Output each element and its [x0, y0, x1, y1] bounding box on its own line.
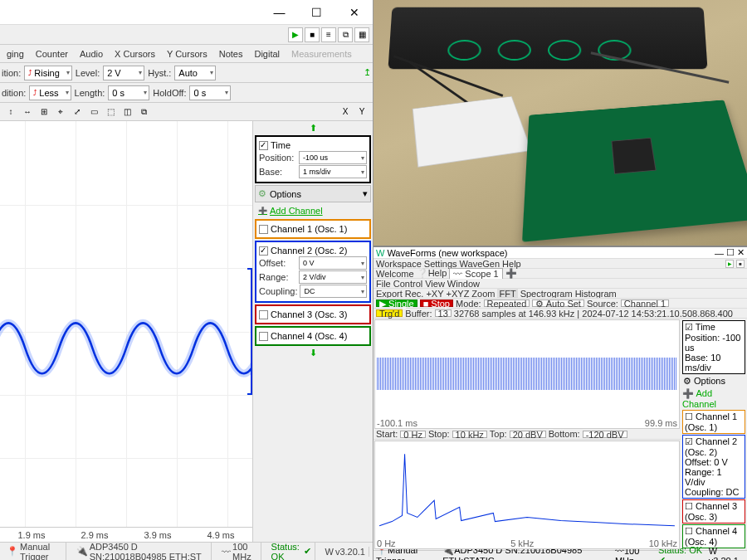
grid-icon[interactable]: ▦	[354, 27, 369, 42]
minimize-button[interactable]: —	[261, 0, 298, 25]
options-header[interactable]: Options▾	[255, 185, 371, 202]
src-select[interactable]: Channel 1	[621, 299, 669, 307]
ch4-checkbox[interactable]	[259, 332, 268, 341]
fft-stop[interactable]: 10 kHz	[452, 431, 487, 438]
maximize-button[interactable]: ☐	[298, 0, 335, 25]
mini-base[interactable]: 10 ms/div	[685, 353, 720, 373]
tab-scope1[interactable]: 〰 Scope 1	[449, 268, 502, 280]
btn-export[interactable]: Export	[376, 289, 403, 299]
mini-ch2: ☑ Channel 2 (Osc. 2) Offset: 0 V Range: …	[682, 435, 745, 499]
menu-view[interactable]: View	[425, 279, 445, 289]
channel-4-box[interactable]: Channel 4 (Osc. 4)	[255, 326, 371, 346]
tool-x-icon[interactable]: X	[338, 105, 353, 119]
mini-min-icon[interactable]: —	[715, 248, 724, 258]
tab-notes[interactable]: Notes	[214, 47, 248, 61]
tab-add-icon[interactable]: ➕	[505, 268, 517, 279]
mini-stop-icon[interactable]: ■	[736, 260, 745, 268]
tab-ycursors[interactable]: Y Cursors	[162, 47, 212, 61]
stop-icon[interactable]: ■	[305, 27, 320, 42]
tab-counter[interactable]: Counter	[31, 47, 73, 61]
ch3-checkbox[interactable]	[259, 310, 268, 319]
tab-xcursors[interactable]: X Cursors	[110, 47, 160, 61]
btn-spectrogram[interactable]: Spectrogram	[520, 289, 573, 299]
menu-control[interactable]: Control	[393, 279, 422, 289]
fft-tick: 10 kHz	[649, 538, 677, 548]
channel-3-box[interactable]: Channel 3 (Osc. 3)	[255, 304, 371, 324]
base-select[interactable]: 1 ms/div	[299, 165, 367, 178]
ch2-offset-select[interactable]: 0 V	[299, 256, 367, 270]
layout-icon[interactable]: ≡	[321, 27, 336, 42]
mini-pos[interactable]: -100 us	[685, 333, 740, 353]
menu-help[interactable]: Help	[502, 259, 521, 269]
ch1-checkbox[interactable]	[259, 225, 268, 234]
btn-zoom[interactable]: Zoom	[471, 289, 495, 299]
edge-select[interactable]: Rising	[24, 66, 72, 80]
mini-fft-plot[interactable]: 0 Hz 5 kHz 10 kHz	[374, 441, 680, 550]
play-icon[interactable]: ▶	[288, 27, 303, 42]
position-select[interactable]: -100 us	[299, 151, 367, 164]
close-button[interactable]: ✕	[335, 0, 373, 25]
tool-multi-icon[interactable]: ⧉	[136, 105, 151, 119]
tool-target-icon[interactable]: ⌖	[53, 105, 68, 119]
tab-audio[interactable]: Audio	[75, 47, 108, 61]
less-select[interactable]: Less	[29, 85, 71, 100]
hyst-select[interactable]: Auto	[174, 66, 216, 80]
fft-start[interactable]: 0 Hz	[400, 431, 426, 438]
mini-add-channel[interactable]: ➕ Add Channel	[682, 388, 745, 409]
holdoff-select[interactable]: 0 s	[189, 85, 231, 100]
stop-button[interactable]: ■ Stop	[420, 299, 453, 307]
mini-plots: -100.1 ms 99.9 ms Start: 0 Hz Stop: 10 k…	[374, 319, 747, 550]
tab-welcome[interactable]: Welcome	[376, 269, 414, 279]
mini-time-plot[interactable]: -100.1 ms 99.9 ms	[374, 319, 680, 429]
tool-fit-icon[interactable]: ⊞	[37, 105, 51, 119]
plot-region[interactable]: 1.9 ms 2.9 ms 3.9 ms 4.9 ms	[0, 121, 252, 542]
btn-xyz[interactable]: +XYZ	[447, 289, 470, 299]
mini-play-icon[interactable]: ▶	[725, 260, 734, 268]
scroll-up-icon[interactable]: ⬆	[255, 123, 371, 134]
fft-tick: 5 kHz	[510, 538, 534, 548]
autoset-button[interactable]: ⚙ Auto Set	[532, 299, 584, 307]
ch2-coupling-select[interactable]: DC	[300, 285, 367, 298]
ch2-range-select[interactable]: 2 V/div	[299, 270, 367, 284]
channel-1-box[interactable]: Channel 1 (Osc. 1)	[255, 219, 371, 239]
mini-help-icon[interactable]: ❔Help	[417, 268, 447, 279]
single-button[interactable]: ▶ Single	[376, 299, 417, 307]
tab-measurements[interactable]: Measurements	[286, 47, 357, 61]
btn-histogram[interactable]: Histogram	[575, 289, 617, 299]
tool-split-icon[interactable]: ◫	[120, 105, 134, 119]
menu-file[interactable]: File	[376, 279, 391, 289]
tool-y-icon[interactable]: Y	[354, 105, 369, 119]
btn-fft[interactable]: FFT	[497, 289, 517, 299]
status-device[interactable]: 🔌ADP3450 D SN:210018B04985 ETH:ST	[73, 542, 212, 561]
samples-text: 32768 samples at 146.93 kHz | 2024-07-12…	[454, 309, 733, 319]
fft-top[interactable]: 20 dBV	[510, 431, 546, 438]
ch2-checkbox[interactable]	[259, 246, 268, 256]
time-checkbox[interactable]	[259, 141, 268, 150]
tool-region-icon[interactable]: ⬚	[103, 105, 118, 119]
btn-rec[interactable]: Rec.	[405, 289, 424, 299]
mini-ch3[interactable]: ☐ Channel 3 (Osc. 3)	[682, 499, 745, 523]
length-select[interactable]: 0 s	[108, 85, 149, 100]
fft-bottom[interactable]: -120 dBV	[583, 431, 627, 438]
status-trigger[interactable]: 📍Manual Trigger	[3, 542, 66, 561]
mini-max-icon[interactable]: ☐	[726, 247, 735, 258]
tool-rect-icon[interactable]: ▭	[86, 105, 101, 119]
menu-window[interactable]: Window	[447, 279, 480, 289]
tab-digital[interactable]: Digital	[249, 47, 285, 61]
mini-options[interactable]: ⚙ Options	[682, 375, 745, 387]
mini-close-icon[interactable]: ✕	[737, 247, 745, 258]
menu-workspace[interactable]: Workspace	[376, 259, 422, 269]
mode-select[interactable]: Repeated	[484, 299, 530, 307]
mini-ch1[interactable]: ☐ Channel 1 (Osc. 1)	[682, 410, 745, 434]
tab-logging[interactable]: ging	[2, 47, 29, 61]
window-icon[interactable]: ⧉	[338, 27, 353, 42]
add-channel-button[interactable]: Add Channel	[255, 204, 371, 217]
buffer-value[interactable]: 13	[435, 309, 452, 317]
btn-xy[interactable]: +XY	[426, 289, 443, 299]
tool-zoom-y-icon[interactable]: ↕	[3, 105, 18, 119]
scroll-down-icon[interactable]: ⬇	[255, 348, 371, 358]
tool-zoom-x-icon[interactable]: ↔	[20, 105, 35, 119]
tool-pan-icon[interactable]: ⤢	[70, 105, 85, 119]
trigger-up-icon[interactable]: ↥	[364, 67, 371, 78]
level-select[interactable]: 2 V	[103, 66, 144, 80]
